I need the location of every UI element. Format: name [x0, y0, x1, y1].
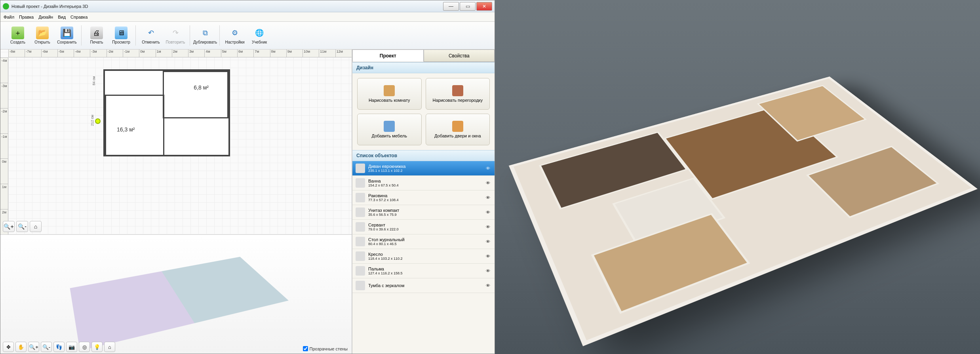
preview-button[interactable]: 🖥 Просмотр	[109, 25, 133, 46]
undo-button[interactable]: ↶ Отменить	[139, 25, 163, 46]
room-1[interactable]	[105, 95, 164, 156]
menu-file[interactable]: Файл	[4, 15, 14, 19]
tutorial-button[interactable]: 🌐 Учебник	[247, 25, 271, 46]
visibility-eye-icon[interactable]: 👁	[484, 210, 491, 215]
zoom-out-3d-button[interactable]: 🔍-	[41, 342, 52, 352]
settings-button[interactable]: ⚙ Настройки	[223, 25, 247, 46]
add-furniture-button[interactable]: Добавить мебель	[357, 114, 422, 145]
ruler-tick: 6м	[237, 49, 253, 57]
pan-button[interactable]: ✋	[15, 342, 27, 352]
ruler-tick: 12м	[335, 49, 352, 57]
plan-view-2d[interactable]: -8м-7м-6м-5м-4м-3м-2м-1м0м1м2м3м4м5м6м7м…	[0, 49, 352, 235]
object-dimensions: 79.0 x 39.6 x 222.0	[368, 227, 481, 231]
zoom-out-button[interactable]: 🔍-	[16, 221, 28, 232]
selection-handle[interactable]	[95, 118, 101, 124]
object-list[interactable]: Диван еврокнижка235.1 x 113.1 x 102.2👁Ва…	[352, 161, 495, 354]
ruler-tick: 1м	[0, 184, 8, 209]
object-thumb-icon	[356, 193, 365, 202]
create-button[interactable]: ＋ Создать	[6, 25, 30, 46]
walk-button[interactable]: 👣	[53, 342, 65, 352]
list-item[interactable]: Раковина77.3 x 57.2 x 108.4👁	[352, 190, 495, 205]
ruler-tick: 11м	[319, 49, 335, 57]
view-mode-button[interactable]: ◎	[79, 342, 90, 352]
tab-project[interactable]: Проект	[352, 49, 424, 62]
visibility-eye-icon[interactable]: 👁	[484, 268, 491, 273]
minimize-button[interactable]: —	[443, 2, 459, 11]
list-item[interactable]: Тумба с зеркалом👁	[352, 278, 495, 293]
ruler-tick: 8м	[270, 49, 286, 57]
list-item[interactable]: Сервант79.0 x 39.6 x 222.0👁	[352, 220, 495, 234]
list-item[interactable]: Диван еврокнижка235.1 x 113.1 x 102.2👁	[352, 161, 495, 176]
list-item[interactable]: Пальма127.4 x 116.2 x 158.5👁	[352, 264, 495, 278]
save-button[interactable]: 💾 Сохранить	[55, 25, 79, 46]
ruler-tick: 0м	[139, 49, 155, 57]
print-button[interactable]: 🖨 Печать	[85, 25, 108, 46]
side-panel: Проект Свойства Дизайн Нарисовать комнат…	[352, 49, 495, 354]
visibility-eye-icon[interactable]: 👁	[484, 181, 491, 185]
object-name: Тумба с зеркалом	[368, 283, 481, 288]
object-thumb-icon	[356, 237, 365, 246]
light-button[interactable]: 💡	[91, 342, 103, 352]
tab-properties[interactable]: Свойства	[424, 49, 495, 62]
visibility-eye-icon[interactable]: 👁	[484, 195, 491, 200]
redo-button[interactable]: ↷ Повторить	[164, 25, 187, 46]
room-2[interactable]	[163, 71, 228, 118]
reset-view-button[interactable]: ⌂	[104, 342, 115, 352]
ruler-tick: 9м	[286, 49, 303, 57]
visibility-eye-icon[interactable]: 👁	[484, 239, 491, 244]
close-button[interactable]: ✕	[476, 2, 492, 11]
zoom-in-button[interactable]: 🔍+	[3, 221, 15, 232]
ruler-vertical: -4м-3м-2м-1м0м1м2м	[0, 57, 8, 234]
draw-partition-button[interactable]: Нарисовать перегородку	[426, 78, 490, 110]
camera-button[interactable]: 📷	[66, 342, 77, 352]
ruler-tick: -3м	[0, 83, 8, 108]
chair-icon	[384, 121, 395, 132]
orbit-button[interactable]: ✥	[3, 342, 14, 352]
maximize-button[interactable]: ▭	[460, 2, 476, 11]
object-name: Стол журнальный	[368, 237, 481, 242]
ruler-horizontal: -8м-7м-6м-5м-4м-3м-2м-1м0м1м2м3м4м5м6м7м…	[8, 49, 352, 57]
object-dimensions: 80.4 x 80.1 x 46.5	[368, 242, 481, 246]
duplicate-button[interactable]: ⧉ Дублировать	[193, 25, 217, 46]
visibility-eye-icon[interactable]: 👁	[484, 225, 491, 229]
open-button[interactable]: 📂 Открыть	[30, 25, 54, 46]
visibility-eye-icon[interactable]: 👁	[484, 254, 491, 259]
ruler-tick: -4м	[74, 49, 90, 57]
list-item[interactable]: Унитаз компакт35.6 x 56.5 x 75.9👁	[352, 205, 495, 220]
render-preview-panel	[495, 0, 980, 354]
object-name: Унитаз компакт	[368, 208, 481, 213]
ruler-tick: -2м	[0, 108, 8, 133]
menu-design[interactable]: Дизайн	[38, 15, 53, 19]
undo-icon: ↶	[145, 27, 157, 39]
menu-view[interactable]: Вид	[58, 15, 66, 19]
object-thumb-icon	[356, 207, 365, 217]
gear-icon: ⚙	[228, 27, 241, 39]
list-item[interactable]: Ванна154.2 x 67.5 x 50.4👁	[352, 176, 495, 190]
object-dimensions: 118.4 x 103.2 x 110.2	[368, 257, 481, 261]
visibility-eye-icon[interactable]: 👁	[484, 283, 491, 288]
zoom-in-3d-button[interactable]: 🔍+	[28, 342, 39, 352]
brick-wall-icon	[452, 85, 463, 96]
object-name: Кресло	[368, 252, 481, 257]
list-item[interactable]: Стол журнальный80.4 x 80.1 x 46.5👁	[352, 234, 495, 249]
transparent-walls-checkbox[interactable]: Прозрачные стены	[303, 346, 348, 351]
object-name: Раковина	[368, 193, 481, 198]
add-doors-button[interactable]: Добавить двери и окна	[426, 114, 490, 145]
ruler-tick: -5м	[57, 49, 74, 57]
object-thumb-icon	[356, 164, 365, 173]
menu-help[interactable]: Справка	[70, 15, 88, 19]
floorplan[interactable]: 16,3 м² 6,8 м² 84 см 212 см	[103, 69, 230, 156]
menu-edit[interactable]: Правка	[19, 15, 34, 19]
draw-room-button[interactable]: Нарисовать комнату	[357, 78, 422, 110]
view-3d[interactable]: ✥ ✋ 🔍+ 🔍- 👣 📷 ◎ 💡 ⌂ Прозрачные стены	[0, 235, 352, 354]
transparent-walls-input[interactable]	[303, 346, 308, 351]
iso-room-model	[70, 257, 288, 350]
object-dimensions: 77.3 x 57.2 x 108.4	[368, 198, 481, 202]
list-item[interactable]: Кресло118.4 x 103.2 x 110.2👁	[352, 249, 495, 264]
menubar: Файл Правка Дизайн Вид Справка	[0, 12, 495, 22]
ruler-tick: 3м	[188, 49, 204, 57]
home-button[interactable]: ⌂	[30, 221, 42, 232]
ruler-tick: -4м	[0, 57, 8, 83]
ruler-tick: 7м	[253, 49, 270, 57]
visibility-eye-icon[interactable]: 👁	[484, 166, 491, 171]
